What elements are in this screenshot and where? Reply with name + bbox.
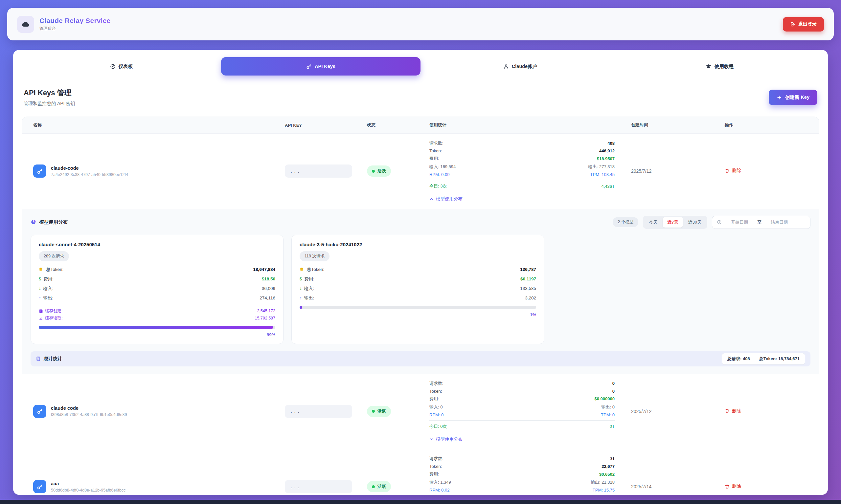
tab-api-keys[interactable]: API Keys	[221, 57, 421, 75]
app-subtitle: 管理后台	[39, 26, 110, 32]
filter-today[interactable]: 今天	[644, 217, 662, 228]
model-total-label: 总Token:	[46, 267, 64, 272]
stat-value: 408	[608, 141, 615, 146]
model-usage-toggle[interactable]: 模型使用分布	[430, 436, 462, 442]
app-logo	[17, 16, 34, 33]
usage-stats: 请求数:408 Token:446,912 费用:$18.9507 输入: 16…	[430, 140, 620, 202]
usage-stats: 请求数:0 Token:0 费用:$0.000000 输入: 0输出: 0 RP…	[430, 380, 620, 443]
key-name: claude code	[51, 406, 127, 411]
col-header-usage: 使用统计	[430, 122, 620, 128]
key-avatar	[33, 480, 46, 493]
status-dot-icon	[372, 485, 375, 488]
col-header-name: 名称	[22, 122, 285, 128]
date-range-picker[interactable]: 至	[712, 216, 810, 229]
stat-label: Token:	[430, 148, 442, 153]
api-key-masked[interactable]: ...	[285, 405, 352, 418]
created-date: 2025/7/12	[620, 409, 714, 414]
delete-button[interactable]: 删除	[725, 408, 741, 414]
api-keys-table: 名称 API KEY 状态 使用统计 创建时间 操作 claude-code 7…	[22, 116, 819, 495]
stat-value: 22,677	[601, 464, 615, 469]
key-icon	[37, 168, 43, 174]
key-id: 50dd6db8-4df0-4d8e-a12b-95afb6e6fbcc	[51, 488, 125, 492]
stat-today: 今日: 0次	[430, 424, 447, 430]
created-date: 2025/7/14	[620, 484, 714, 489]
col-header-actions: 操作	[714, 122, 819, 128]
cloud-icon	[21, 20, 30, 29]
tab-label: 使用教程	[715, 64, 734, 70]
key-name: claude-code	[51, 165, 128, 171]
models-count-badge: 2 个模型	[613, 217, 638, 227]
tab-dashboard[interactable]: 仪表板	[22, 57, 221, 75]
chevron-up-icon	[430, 197, 434, 201]
status-dot-icon	[372, 410, 375, 413]
total-tokens: 总Token: 18,784,671	[759, 356, 800, 362]
status-badge: 活跃	[367, 481, 391, 492]
api-key-masked[interactable]: ...	[285, 164, 352, 178]
chevron-down-icon	[430, 437, 434, 441]
cache-create-label: 缓存创建:	[45, 308, 63, 314]
save-icon	[39, 309, 43, 313]
stat-label: Token:	[430, 464, 442, 469]
create-key-button[interactable]: 创建新 Key	[769, 90, 817, 105]
usage-progress-fill	[300, 306, 302, 309]
key-icon	[37, 408, 43, 414]
created-date: 2025/7/12	[620, 168, 714, 174]
start-date-input[interactable]	[724, 220, 755, 224]
logout-label: 退出登录	[798, 21, 817, 27]
api-key-masked[interactable]: ...	[285, 480, 352, 493]
tab-claude-account[interactable]: Claude账户	[421, 57, 620, 75]
total-requests: 总请求: 408	[727, 356, 750, 362]
stat-output: 输出: 0	[601, 404, 615, 410]
filter-7days[interactable]: 近7天	[663, 217, 683, 228]
stat-value: $18.9507	[597, 156, 615, 161]
stat-label: 费用:	[430, 396, 439, 402]
filter-30days[interactable]: 近30天	[684, 217, 706, 228]
model-output-value: 274,116	[260, 295, 275, 301]
model-input-label: 输入:	[43, 286, 54, 291]
logout-button[interactable]: 退出登录	[783, 17, 824, 32]
model-total-label: 总Token:	[307, 267, 324, 272]
stat-label: 请求数:	[430, 456, 443, 462]
stat-tpm: TPM: 103.45	[590, 172, 615, 177]
table-row: aaa 50dd6db8-4df0-4d8e-a12b-95afb6e6fbcc…	[22, 449, 819, 495]
arrow-up-icon: ↑	[39, 295, 41, 301]
logout-icon	[790, 22, 795, 27]
arrow-up-icon: ↑	[300, 295, 302, 301]
model-name: claude-sonnet-4-20250514	[39, 242, 275, 247]
model-cost-label: 费用:	[43, 276, 54, 282]
totals-label: 总计统计	[44, 356, 62, 362]
user-icon	[503, 64, 509, 69]
col-header-apikey: API KEY	[285, 123, 367, 128]
stat-label: 请求数:	[430, 140, 443, 146]
model-usage-toggle-label: 模型使用分布	[436, 436, 462, 442]
model-input-value: 133,585	[520, 286, 536, 291]
arrow-down-icon: ↓	[300, 286, 302, 291]
stat-output: 输出: 21,328	[591, 479, 615, 485]
page-title: API Keys 管理	[24, 88, 75, 98]
status-label: 活跃	[378, 409, 386, 414]
delete-button[interactable]: 删除	[725, 168, 741, 174]
model-usage-panel: 模型使用分布 2 个模型 今天 近7天 近30天 至	[22, 209, 819, 374]
tab-label: Claude账户	[512, 64, 537, 70]
totals-bar: 总计统计 总请求: 408 总Token: 18,784,671	[31, 351, 810, 366]
usage-percent: 99%	[39, 332, 275, 337]
coins-icon	[39, 267, 44, 272]
delete-label: 删除	[732, 483, 741, 489]
cache-create-value: 2,545,172	[257, 309, 275, 313]
model-requests-badge: 119 次请求	[300, 251, 330, 262]
model-usage-toggle[interactable]: 模型使用分布	[430, 196, 462, 202]
model-output-label: 输出:	[43, 295, 54, 301]
end-date-input[interactable]	[764, 220, 794, 224]
dollar-icon: $	[300, 276, 302, 282]
stat-label: 请求数:	[430, 380, 443, 386]
model-cost-value: $18.50	[262, 276, 275, 282]
model-total-value: 18,647,884	[253, 267, 275, 272]
tab-label: 仪表板	[119, 64, 133, 70]
calculator-icon	[36, 356, 41, 361]
tab-tutorial[interactable]: 使用教程	[620, 57, 819, 75]
status-dot-icon	[372, 170, 375, 173]
time-filter: 今天 近7天 近30天	[643, 216, 707, 229]
trash-icon	[725, 409, 730, 413]
stat-tpm: TPM: 0	[601, 412, 615, 417]
delete-button[interactable]: 删除	[725, 483, 741, 489]
